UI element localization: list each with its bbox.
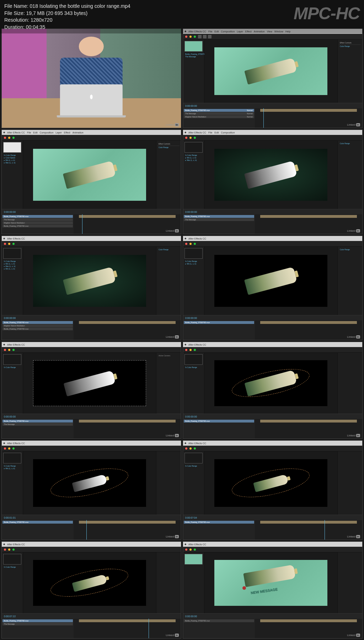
tool-icon	[198, 35, 202, 38]
presenter-person	[60, 37, 123, 91]
close-dot-icon	[185, 36, 187, 38]
composition-viewport	[204, 40, 337, 103]
thumb-ae-11: ◆After Effects CC fx Color Range 0:00:07…	[1, 541, 181, 639]
tool-icon	[208, 35, 212, 38]
apple-logo-icon	[89, 94, 94, 99]
laptop	[60, 84, 123, 116]
bottle-clip	[245, 58, 298, 85]
timeline-panel: 0:00:00:00 Bottle_Floating_07530765.movN…	[183, 103, 362, 128]
layer-row: Maghan Nature MeditationNormal	[184, 115, 254, 118]
thumb-ae-6: ◆After Effects CC fx Color Range▸ Min (L…	[183, 236, 363, 340]
thumb-ae-9: ◆After Effects CC fx Color Range▸ Min (L…	[1, 440, 181, 540]
current-time: 0:00:00:00	[185, 105, 197, 107]
playhead	[263, 108, 264, 128]
thumb-ae-3: ◆After Effects CCFileEditCompositionLaye…	[1, 130, 181, 234]
project-panel: Bottle_Floating_07530765.mov The Message	[183, 40, 204, 103]
panel-title: Effect Controls	[339, 41, 361, 45]
thumb-presenter: Linked	[1, 28, 181, 128]
min-dot-icon	[189, 36, 192, 38]
viewport-canvas	[214, 47, 328, 95]
thumb-ae-7: ◆After Effects CC fx Color Range Active …	[1, 342, 181, 439]
tool-icon	[203, 35, 207, 38]
ae-toolbar	[183, 34, 362, 40]
comp-thumb	[184, 41, 203, 52]
max-dot-icon	[194, 36, 196, 38]
layer-row: The MessageNormal	[184, 112, 254, 115]
timeline-header: 0:00:00:00	[183, 103, 362, 108]
mpc-hc-watermark: MPC-HC	[294, 4, 360, 23]
message-text: NEW MESSAGE	[250, 587, 278, 595]
timeline-tracks	[255, 108, 362, 128]
effects-panel: Effect Controls Color Range	[337, 40, 362, 103]
comp-thumb	[3, 142, 21, 153]
linkedin-badge: Linked	[347, 123, 360, 126]
layer-row: Bottle_Floating_07530765.movNormal	[184, 109, 254, 112]
thumb-ae-5: ◆After Effects CC fx Color Range▸ Min (L…	[1, 236, 181, 340]
thumbnail-grid: Linked ◆ After Effects CC FileEditCompos…	[0, 0, 364, 640]
layer-outline: Bottle_Floating_07530765.movNormal The M…	[183, 108, 255, 128]
linkedin-badge: Linked	[166, 123, 179, 126]
thumb-ae-2: ◆ After Effects CC FileEditCompositionLa…	[183, 28, 363, 128]
ae-workspace: Bottle_Floating_07530765.mov The Message…	[183, 40, 362, 103]
layer-list: Bottle_Floating_07530765.mov The Message	[184, 52, 203, 59]
thumb-ae-8: ◆After Effects CC fx Color Range 0:00:00…	[183, 342, 363, 439]
bottle-clip	[63, 161, 116, 189]
thumb-ae-12: ◆After Effects CC NEW MESSAGE 0:00:00:00…	[183, 541, 363, 639]
duration: Duration: 00:04:35	[4, 24, 360, 31]
red-marker-icon	[242, 586, 246, 590]
thumb-ae-10: ◆After Effects CC fx Color Range 0:00:07…	[183, 440, 363, 540]
clip-bar	[260, 109, 357, 112]
apple-menu-icon: ◆	[3, 131, 5, 134]
thumb-ae-4: ◆After Effects CCFileEditComposition fx …	[183, 130, 363, 234]
head	[79, 37, 104, 56]
timeline-body: Bottle_Floating_07530765.movNormal The M…	[183, 108, 362, 128]
bottle-matte	[244, 161, 298, 189]
